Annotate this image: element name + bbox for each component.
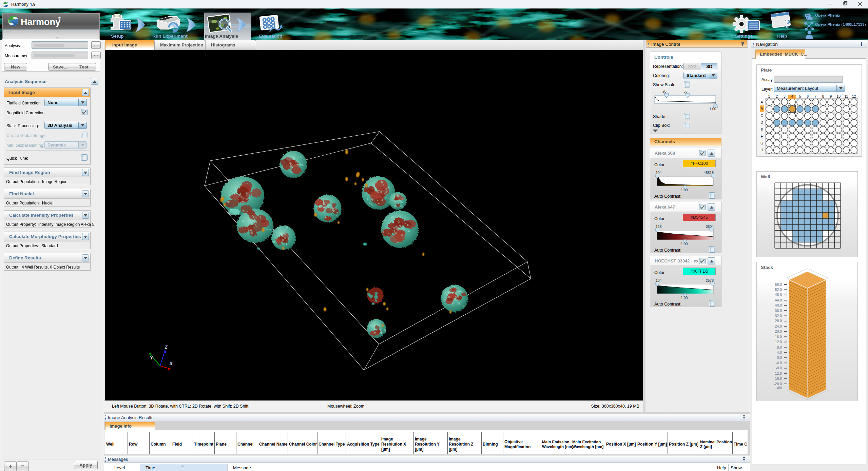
svg-text:?: ?	[784, 16, 791, 31]
svg-text:F: F	[761, 134, 763, 138]
svg-text:6: 6	[807, 95, 809, 98]
svg-text:52.0: 52.0	[775, 288, 782, 292]
svg-text:11: 11	[844, 95, 848, 98]
svg-text:8.0: 8.0	[777, 345, 782, 349]
svg-text:µm: µm	[777, 385, 782, 389]
svg-text:5: 5	[799, 95, 801, 98]
svg-text:7: 7	[814, 95, 816, 98]
svg-text:Y: Y	[150, 355, 153, 360]
svg-text:D: D	[760, 120, 763, 124]
svg-text:32.0: 32.0	[775, 314, 782, 318]
svg-text:12: 12	[852, 95, 856, 98]
svg-text:48.0: 48.0	[775, 293, 782, 297]
svg-text:A: A	[760, 100, 763, 104]
svg-text:®: ®	[58, 16, 61, 21]
svg-text:24.0: 24.0	[775, 324, 782, 328]
svg-text:Harmony: Harmony	[21, 17, 60, 27]
svg-text:E: E	[760, 127, 763, 132]
svg-text:28.0: 28.0	[775, 319, 782, 323]
svg-text:16.0: 16.0	[775, 335, 782, 339]
svg-text:1: 1	[768, 95, 770, 98]
svg-text:8: 8	[822, 95, 824, 98]
svg-text:2: 2	[776, 95, 778, 98]
svg-text:4.0: 4.0	[777, 350, 782, 354]
svg-text:20.0: 20.0	[775, 329, 782, 333]
svg-text:C: C	[760, 114, 763, 118]
svg-text:Z: Z	[165, 345, 168, 350]
svg-text:56.0: 56.0	[775, 282, 782, 287]
svg-text:0.0: 0.0	[777, 355, 782, 359]
svg-text:12.0: 12.0	[775, 340, 782, 344]
svg-text:-16.0: -16.0	[774, 376, 782, 380]
svg-text:G: G	[760, 141, 763, 145]
svg-text:10: 10	[836, 95, 841, 98]
svg-text:44.0: 44.0	[775, 298, 782, 302]
svg-text:-8.0: -8.0	[776, 366, 782, 370]
svg-text:H: H	[760, 148, 763, 152]
svg-text:36.0: 36.0	[775, 309, 782, 313]
svg-text:-4.0: -4.0	[776, 361, 782, 365]
svg-text:9: 9	[830, 95, 832, 98]
svg-text:-12.0: -12.0	[774, 371, 782, 375]
svg-text:40.0: 40.0	[775, 303, 782, 307]
svg-text:4: 4	[791, 95, 793, 98]
svg-text:B: B	[760, 107, 763, 111]
svg-text:3: 3	[784, 95, 786, 98]
svg-text:X: X	[169, 361, 173, 366]
